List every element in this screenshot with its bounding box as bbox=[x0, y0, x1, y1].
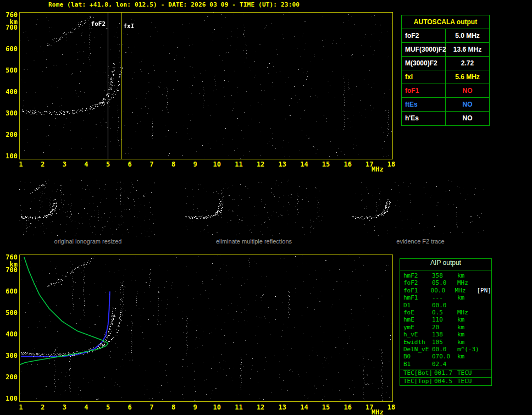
x-tick-label: 9 bbox=[190, 161, 200, 168]
aip-name: Ewidth bbox=[400, 339, 432, 346]
aip-row: D100.0 bbox=[400, 302, 491, 309]
x-axis-unit-mhz: MHz bbox=[372, 165, 384, 173]
x-tick-label: 16 bbox=[343, 403, 353, 411]
aip-value: 05.0 bbox=[432, 279, 457, 286]
x-tick-label: 14 bbox=[299, 403, 309, 411]
y-axis-unit-km: km bbox=[2, 261, 18, 268]
aip-unit: km bbox=[457, 316, 480, 323]
aip-row: hmF1---km bbox=[400, 294, 491, 301]
y-tick-label: 760 bbox=[2, 11, 18, 19]
aip-value: 105 bbox=[432, 339, 457, 346]
tec-unit: TECU bbox=[457, 369, 491, 377]
y-tick-label: 200 bbox=[2, 373, 18, 381]
x-tick-label: 5 bbox=[103, 161, 113, 168]
autoscala-param-label: foF2 bbox=[402, 29, 446, 42]
aip-unit bbox=[457, 361, 480, 368]
aip-table-header: AIP output bbox=[400, 259, 491, 270]
autoscala-row: foF1NO bbox=[402, 84, 489, 98]
y-tick-label: 500 bbox=[2, 67, 18, 74]
aip-unit: MHz bbox=[457, 279, 480, 286]
aip-extra bbox=[480, 272, 491, 279]
autoscala-output-table: AUTOSCALA output foF25.0 MHzMUF(3000)F21… bbox=[401, 15, 490, 126]
autoscala-row: foF25.0 MHz bbox=[402, 29, 489, 43]
y-tick-label: 400 bbox=[2, 330, 18, 338]
aip-name: foF2 bbox=[400, 279, 432, 286]
thumbnail-caption-eliminate: eliminate multiple reflections bbox=[185, 238, 323, 245]
aip-extra bbox=[480, 353, 491, 360]
x-tick-label: 14 bbox=[299, 161, 309, 168]
tec-value: 004.5 bbox=[434, 378, 457, 385]
x-tick-label: 2 bbox=[38, 403, 48, 411]
thumbnail-evidence-f2 bbox=[352, 180, 489, 236]
top-ionogram-canvas bbox=[20, 13, 392, 159]
aip-row: foE0.5MHz bbox=[400, 309, 491, 316]
x-tick-label: 10 bbox=[212, 403, 222, 411]
y-tick-label: 400 bbox=[2, 88, 18, 96]
aip-name: h_vE bbox=[400, 331, 432, 338]
x-tick-label: 8 bbox=[169, 403, 179, 411]
aip-unit: m^(-3) bbox=[457, 346, 480, 353]
aip-row: DelN_vE00.0m^(-3) bbox=[400, 346, 491, 353]
autoscala-row: h'EsNO bbox=[402, 112, 489, 125]
aip-name: B1 bbox=[400, 361, 432, 368]
aip-unit: km bbox=[457, 272, 480, 279]
aip-value: 0.5 bbox=[432, 309, 457, 316]
y-tick-label: 500 bbox=[2, 309, 18, 317]
aip-table-rows: hmF2358kmfoF205.0MHzfoF100.0MHz[PN]hmF1-… bbox=[400, 270, 491, 369]
autoscala-param-label: ftEs bbox=[402, 98, 446, 111]
aip-row: ymE20km bbox=[400, 324, 491, 331]
x-tick-label: 7 bbox=[147, 403, 157, 411]
aip-value: 00.0 bbox=[432, 302, 457, 309]
autoscala-param-value: 5.0 MHz bbox=[446, 29, 489, 42]
tec-name: TEC[Top] bbox=[400, 378, 434, 385]
autoscala-param-label: fxI bbox=[402, 70, 446, 84]
bottom-ionogram-plot bbox=[19, 254, 393, 402]
x-tick-label: 13 bbox=[278, 161, 287, 168]
aip-unit: MHz bbox=[455, 287, 476, 294]
thumbnail-eliminate-multiples bbox=[185, 180, 323, 236]
aip-row: B102.4 bbox=[400, 361, 491, 368]
aip-row: B0070.0km bbox=[400, 353, 491, 360]
aip-extra bbox=[480, 361, 491, 368]
aip-extra bbox=[480, 346, 491, 353]
aip-extra bbox=[480, 294, 491, 301]
aip-unit bbox=[457, 302, 480, 309]
aip-unit: km bbox=[457, 294, 480, 301]
aip-name: hmF2 bbox=[400, 272, 432, 279]
aip-row: hmF2358km bbox=[400, 272, 491, 279]
aip-value: 02.4 bbox=[432, 361, 457, 368]
aip-extra bbox=[480, 309, 491, 316]
x-tick-label: 13 bbox=[278, 403, 287, 411]
autoscala-param-value: 13.6 MHz bbox=[446, 43, 489, 56]
autoscala-table-rows: foF25.0 MHzMUF(3000)F213.6 MHzM(3000)F22… bbox=[402, 29, 489, 125]
autoscala-param-label: h'Es bbox=[402, 112, 446, 125]
aip-extra bbox=[480, 324, 491, 331]
x-tick-label: 1 bbox=[16, 161, 26, 168]
x-tick-label: 11 bbox=[234, 403, 243, 411]
aip-row: h_vE138km bbox=[400, 331, 491, 338]
aip-value: 20 bbox=[432, 324, 457, 331]
y-axis-unit-km: km bbox=[2, 18, 18, 26]
autoscala-row: MUF(3000)F213.6 MHz bbox=[402, 43, 489, 57]
autoscala-param-label: foF1 bbox=[402, 84, 446, 97]
x-tick-label: 4 bbox=[81, 161, 91, 168]
aip-extra bbox=[480, 302, 491, 309]
tec-name: TEC[Bot] bbox=[400, 369, 434, 377]
x-tick-label: 3 bbox=[59, 403, 69, 411]
autoscala-row: ftEsNO bbox=[402, 98, 489, 112]
x-tick-label: 15 bbox=[321, 161, 331, 168]
x-tick-label: 16 bbox=[343, 161, 353, 168]
bottom-ionogram-canvas bbox=[20, 255, 392, 401]
y-tick-label: 600 bbox=[2, 45, 18, 53]
aip-value: 070.0 bbox=[432, 353, 457, 360]
aip-name: foF1 bbox=[400, 287, 431, 294]
aip-value: 00.0 bbox=[431, 287, 455, 294]
x-tick-label: 1 bbox=[16, 403, 26, 411]
x-tick-label: 7 bbox=[147, 161, 157, 168]
aip-extra: [PN] bbox=[476, 287, 491, 294]
aip-extra bbox=[480, 316, 491, 323]
aip-unit: km bbox=[457, 353, 480, 360]
thumbnail-eliminate-canvas bbox=[185, 180, 323, 236]
x-tick-label: 6 bbox=[125, 403, 135, 411]
y-tick-label: 760 bbox=[2, 253, 18, 261]
